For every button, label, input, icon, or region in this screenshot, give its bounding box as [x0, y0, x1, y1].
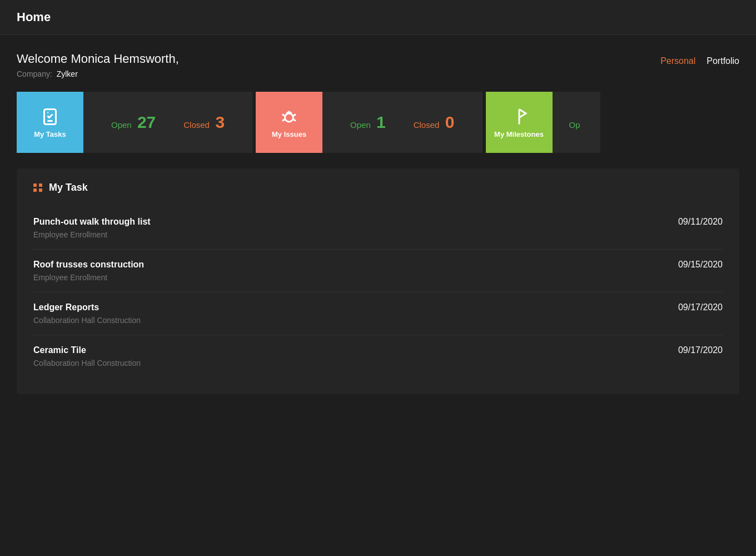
issues-open-label: Open [350, 120, 371, 130]
task-project: Collaboration Hall Construction [33, 359, 141, 368]
svg-line-7 [282, 119, 285, 121]
task-project: Employee Enrollment [33, 273, 144, 282]
company-label: Company: [17, 70, 52, 78]
issues-closed-count: 0 [445, 113, 455, 131]
milestones-open-label: Op [569, 120, 580, 130]
nav-personal[interactable]: Personal [660, 56, 695, 66]
divider-2 [484, 92, 485, 153]
tasks-label: My Tasks [34, 130, 66, 138]
header: Home [0, 0, 756, 35]
tasks-open-label: Open [111, 120, 132, 130]
company-row: Company: Zylker [17, 70, 179, 78]
task-section-title: My Task [49, 182, 88, 193]
task-date: 09/11/2020 [678, 217, 723, 227]
issues-label: My Issues [272, 130, 306, 138]
task-date: 09/17/2020 [678, 345, 723, 355]
nav-portfolio[interactable]: Portfolio [707, 56, 739, 66]
task-info: Ceramic Tile Collaboration Hall Construc… [33, 345, 141, 368]
nav-links: Personal Portfolio [660, 56, 739, 66]
task-name: Ledger Reports [33, 302, 141, 312]
task-info: Roof trusses construction Employee Enrol… [33, 260, 144, 282]
main-content: Welcome Monica Hemsworth, Company: Zylke… [0, 35, 756, 405]
task-item[interactable]: Roof trusses construction Employee Enrol… [33, 250, 723, 292]
milestones-label: My Milestones [494, 130, 544, 138]
issues-open: Open 1 [350, 113, 386, 132]
issues-closed-label: Closed [414, 120, 440, 130]
task-section-header: My Task [33, 182, 723, 193]
stats-row: My Tasks Open 27 Closed 3 [17, 92, 739, 153]
task-item[interactable]: Ceramic Tile Collaboration Hall Construc… [33, 335, 723, 378]
company-name: Zylker [57, 70, 78, 78]
tasks-card[interactable]: My Tasks Open 27 Closed 3 [17, 92, 252, 153]
tasks-numbers: Open 27 Closed 3 [83, 92, 252, 153]
svg-line-6 [294, 114, 296, 116]
top-bar: Welcome Monica Hemsworth, Company: Zylke… [17, 52, 739, 78]
welcome-section: Welcome Monica Hemsworth, Company: Zylke… [17, 52, 179, 78]
welcome-text: Welcome Monica Hemsworth, [17, 52, 179, 66]
page-title: Home [17, 10, 51, 24]
task-item[interactable]: Punch-out walk through list Employee Enr… [33, 207, 723, 250]
section-dots-icon [33, 183, 42, 192]
svg-point-3 [285, 113, 294, 122]
task-date: 09/17/2020 [678, 302, 723, 312]
milestones-numbers: Op [553, 92, 600, 153]
issues-numbers: Open 1 Closed 0 [322, 92, 482, 153]
task-section: My Task Punch-out walk through list Empl… [17, 168, 739, 394]
svg-line-5 [282, 114, 285, 116]
task-name: Ceramic Tile [33, 345, 141, 355]
milestones-open: Op [569, 113, 584, 132]
task-info: Punch-out walk through list Employee Enr… [33, 217, 151, 239]
task-name: Roof trusses construction [33, 260, 144, 270]
task-info: Ledger Reports Collaboration Hall Constr… [33, 302, 141, 325]
tasks-closed-count: 3 [215, 113, 225, 131]
milestones-icon [509, 107, 529, 127]
task-name: Punch-out walk through list [33, 217, 151, 227]
issues-icon [279, 107, 299, 127]
task-item[interactable]: Ledger Reports Collaboration Hall Constr… [33, 292, 723, 335]
tasks-closed: Closed 3 [183, 113, 225, 132]
task-date: 09/15/2020 [678, 260, 723, 270]
tasks-open-count: 27 [137, 113, 156, 131]
svg-line-8 [294, 119, 296, 121]
issues-open-count: 1 [376, 113, 386, 131]
task-list: Punch-out walk through list Employee Enr… [33, 207, 723, 378]
tasks-icon-block: My Tasks [17, 92, 83, 153]
task-project: Collaboration Hall Construction [33, 316, 141, 325]
tasks-icon [40, 107, 60, 127]
issues-icon-block: My Issues [256, 92, 322, 153]
divider-1 [253, 92, 255, 153]
milestones-card[interactable]: My Milestones Op [486, 92, 600, 153]
issues-closed: Closed 0 [414, 113, 455, 132]
task-project: Employee Enrollment [33, 230, 151, 239]
tasks-closed-label: Closed [183, 120, 210, 130]
issues-card[interactable]: My Issues Open 1 Closed 0 [256, 92, 482, 153]
milestones-icon-block: My Milestones [486, 92, 553, 153]
tasks-open: Open 27 [111, 113, 156, 132]
